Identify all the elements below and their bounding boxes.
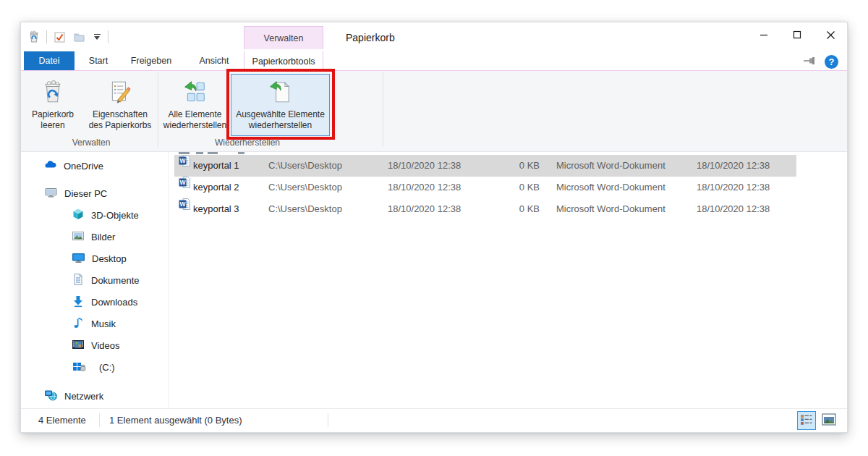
sidebar-item-label: Downloads (91, 297, 137, 308)
recycle-bin-properties-button[interactable]: Eigenschaften des Papierkorbs (82, 74, 158, 136)
sidebar-item-c-drive[interactable]: (C:) (21, 356, 169, 378)
svg-text:W: W (179, 179, 186, 186)
ribbon-group-separator (158, 72, 158, 147)
music-icon (72, 316, 85, 332)
statusbar-separator (328, 413, 328, 427)
ribbon-help-area: ? (803, 55, 838, 69)
word-document-icon: W (179, 198, 190, 210)
window-title: Papierkorb (346, 32, 395, 43)
svg-text:W: W (179, 157, 186, 164)
sidebar-item-downloads[interactable]: Downloads (21, 291, 169, 313)
windows-drive-icon (72, 360, 86, 375)
empty-recycle-bin-button[interactable]: Papierkorb leeren (25, 74, 80, 136)
sidebar-item-videos[interactable]: Videos (21, 334, 169, 356)
details-view-button[interactable] (797, 411, 816, 430)
pin-ribbon-icon[interactable] (803, 56, 817, 69)
tab-ansicht[interactable]: Ansicht (189, 51, 239, 70)
tab-datei[interactable]: Datei (24, 51, 75, 70)
this-pc-icon (44, 186, 58, 201)
sidebar-item-dieser-pc[interactable]: Dieser PC (21, 182, 169, 204)
file-date-modified: 18/10/2020 12:38 (697, 198, 770, 220)
sidebar-item-label: OneDrive (64, 161, 103, 172)
recycle-bin-icon (27, 30, 41, 44)
sidebar-item-label: Dokumente (91, 275, 139, 286)
sidebar-item-3d-objekte[interactable]: 3D-Objekte (21, 204, 169, 226)
empty-recycle-bin-icon (41, 80, 65, 106)
tab-start[interactable]: Start (77, 51, 119, 70)
file-date-modified: 18/10/2020 12:38 (697, 155, 770, 177)
recycle-bin-properties-icon (108, 80, 132, 106)
file-original-location: C:\Users\Desktop (268, 155, 342, 177)
file-size: 0 KB (475, 198, 540, 220)
statusbar-separator (99, 413, 100, 427)
3d-objects-icon (72, 208, 85, 223)
button-label-line: leeren (41, 120, 64, 131)
toolbar-separator (108, 30, 109, 43)
videos-icon (72, 338, 85, 353)
folder-icon[interactable] (72, 30, 86, 44)
sidebar-item-label: Desktop (92, 253, 127, 264)
downloads-icon (72, 295, 85, 310)
file-name: keyportal 1 (193, 155, 265, 177)
ribbon: Papierkorb leeren Eigenschaften des Papi… (21, 70, 847, 152)
button-label-line: wiederherstellen (249, 120, 312, 131)
navigation-pane: OneDrive Dieser PC 3D-Objekte Bilder Des… (21, 152, 169, 408)
file-date-deleted: 18/10/2020 12:38 (388, 155, 461, 177)
help-icon[interactable]: ? (825, 55, 838, 69)
sidebar-item-label: Bilder (91, 232, 115, 242)
sidebar-item-dokumente[interactable]: Dokumente (21, 269, 169, 291)
button-label-line: des Papierkorbs (89, 120, 152, 131)
sidebar-item-label: Musik (91, 318, 116, 329)
customize-dropdown-icon[interactable] (91, 30, 103, 44)
ribbon-group-label-wiederherstellen: Wiederherstellen (161, 135, 334, 151)
sidebar-item-label: Dieser PC (64, 188, 107, 199)
file-row-keyportal-1[interactable]: W keyportal 1 C:\Users\Desktop 18/10/202… (174, 155, 796, 177)
ribbon-tab-row: Datei Start Freigeben Ansicht Papierkorb… (21, 51, 847, 70)
close-button[interactable] (814, 22, 847, 47)
file-date-deleted: 18/10/2020 12:38 (388, 177, 461, 198)
tab-papierkorbtools[interactable]: Papierkorbtools (244, 51, 323, 71)
checkbox-icon[interactable] (52, 30, 67, 44)
view-switcher (797, 411, 838, 430)
minimize-button[interactable] (747, 22, 780, 47)
pictures-icon (72, 229, 85, 245)
sidebar-item-label: Videos (91, 340, 120, 351)
button-label-line: wiederherstellen (163, 120, 226, 131)
thumbnail-view-icon (822, 413, 836, 428)
maximize-button[interactable] (780, 22, 814, 47)
toolbar-separator (46, 30, 47, 43)
word-document-icon: W (179, 155, 190, 166)
title-bar: Verwalten Papierkorb (21, 22, 847, 51)
window-controls (747, 22, 847, 47)
tab-freigeben[interactable]: Freigeben (122, 51, 180, 70)
button-label-line: Eigenschaften (93, 109, 148, 120)
restore-all-items-button[interactable]: Alle Elemente wiederherstellen (161, 74, 229, 136)
file-original-location: C:\Users\Desktop (268, 177, 342, 198)
sidebar-item-bilder[interactable]: Bilder (21, 226, 169, 248)
network-icon (44, 389, 58, 404)
file-size: 0 KB (475, 177, 540, 198)
file-row-keyportal-2[interactable]: W keyportal 2 C:\Users\Desktop 18/10/202… (174, 177, 796, 198)
details-view-icon (800, 413, 813, 428)
quick-access-toolbar (27, 29, 109, 45)
button-label-line: Ausgewählte Elemente (236, 109, 325, 120)
selection-summary: 1 Element ausgewählt (0 Bytes) (109, 409, 242, 431)
svg-text:W: W (179, 200, 186, 208)
ribbon-group-separator (383, 72, 383, 147)
sidebar-item-musik[interactable]: Musik (21, 313, 169, 334)
file-list: W keyportal 1 C:\Users\Desktop 18/10/202… (169, 152, 847, 408)
sidebar-item-label: (C:) (99, 362, 115, 373)
restore-all-items-icon (183, 80, 208, 106)
thumbnail-view-button[interactable] (820, 411, 838, 430)
button-label-line: Alle Elemente (168, 109, 221, 120)
status-bar: 4 Elemente 1 Element ausgewählt (0 Bytes… (21, 408, 847, 432)
file-name: keyportal 3 (193, 198, 265, 220)
item-count: 4 Elemente (38, 409, 86, 431)
onedrive-cloud-icon (44, 159, 57, 174)
sidebar-item-desktop[interactable]: Desktop (21, 248, 169, 269)
sidebar-item-onedrive[interactable]: OneDrive (21, 155, 169, 177)
file-row-keyportal-3[interactable]: W keyportal 3 C:\Users\Desktop 18/10/202… (174, 198, 796, 220)
restore-selected-items-button[interactable]: Ausgewählte Elemente wiederherstellen (231, 74, 330, 136)
sidebar-item-netzwerk[interactable]: Netzwerk (21, 385, 169, 407)
desktop-icon (72, 251, 85, 266)
